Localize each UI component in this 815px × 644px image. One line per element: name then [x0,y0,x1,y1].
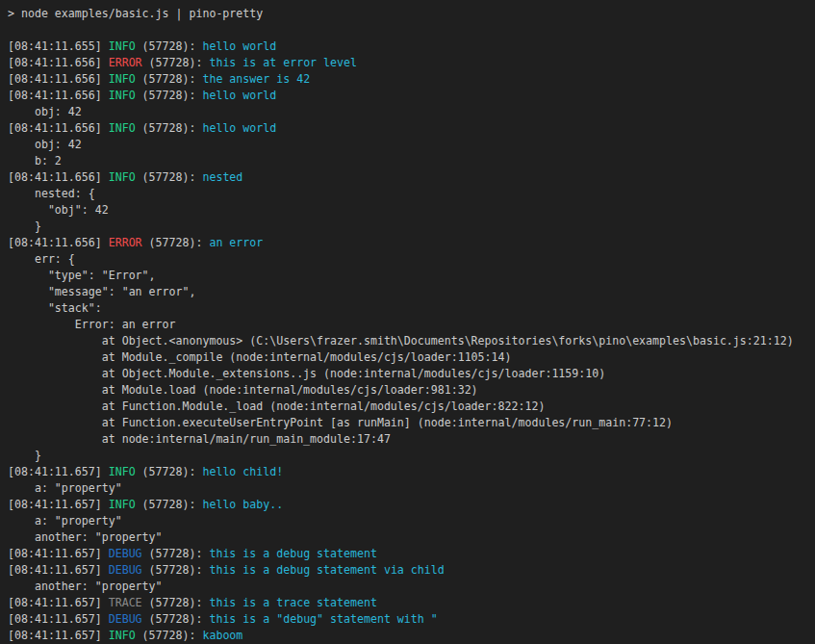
log-level-error: ERROR [109,56,142,69]
log-message: this is a "debug" statement with " [209,612,437,626]
log-timestamp: [08:41:11.656] [8,170,109,184]
log-message: hello child! [202,465,283,478]
log-text: Error: an error [8,318,176,331]
log-text: (57728): [136,629,203,642]
log-text: at Function.executeUserEntryPoint [as ru… [8,416,673,429]
log-message: this is a debug statement [209,547,377,560]
log-timestamp: [08:41:11.656] [8,56,109,69]
log-message: hello world [202,121,276,135]
log-line: [08:41:11.656] INFO (57728): hello world [8,120,807,137]
log-level-debug: DEBUG [109,612,142,626]
log-text: (57728): [142,563,210,577]
log-line: at Object.Module._extensions..js (node:i… [8,366,807,382]
log-text: (57728): [136,498,203,511]
log-text: another: "property" [8,530,163,544]
log-line: a: "property" [8,513,807,529]
log-level-trace: TRACE [109,596,142,609]
log-timestamp: [08:41:11.657] [8,612,109,626]
log-text: at Module.load (node:internal/modules/cj… [8,383,478,397]
log-text: nested: { [8,187,95,200]
log-text: obj: 42 [8,138,82,151]
log-text: (57728): [136,72,203,86]
log-line: [08:41:11.656] ERROR (57728): this is at… [8,55,807,71]
log-line: b: 2 [8,153,807,169]
log-text: (57728): [136,121,203,135]
log-level-info: INFO [109,72,136,86]
log-line: Error: an error [8,317,807,333]
log-line: err: { [8,251,807,268]
log-message: this is a trace statement [209,596,377,609]
log-message: the answer is 42 [202,72,310,86]
log-level-info: INFO [109,121,136,135]
log-line: [08:41:11.656] INFO (57728): nested [8,169,807,186]
log-message: an error [209,236,263,249]
log-level-debug: DEBUG [109,563,142,577]
log-text: (57728): [136,465,203,478]
log-line: "message": "an error", [8,284,807,300]
log-text: at Object.Module._extensions..js (node:i… [8,367,605,380]
log-level-error: ERROR [109,236,142,249]
log-line: [08:41:11.656] ERROR (57728): an error [8,235,807,251]
log-message: hello baby.. [202,498,283,511]
log-line: another: "property" [8,579,807,595]
log-text: at Object.<anonymous> (C:\Users\frazer.s… [8,334,794,348]
log-message: hello world [202,39,276,53]
log-line: [08:41:11.657] DEBUG (57728): this is a … [8,562,807,579]
log-text: (57728): [136,39,203,53]
log-line: [08:41:11.657] DEBUG (57728): this is a … [8,546,807,562]
log-level-info: INFO [109,629,136,642]
log-message: hello world [202,89,276,102]
log-line: } [8,448,807,464]
log-text: a: "property" [8,514,122,528]
log-text: a: "property" [8,481,122,495]
log-line: obj: 42 [8,104,807,120]
log-message: kaboom [202,629,242,642]
log-timestamp: [08:41:11.655] [8,39,109,53]
log-line: at Object.<anonymous> (C:\Users\frazer.s… [8,333,807,349]
log-line: } [8,219,807,235]
log-text: (57728): [136,89,203,102]
log-timestamp: [08:41:11.656] [8,121,109,135]
log-level-info: INFO [109,498,136,511]
log-timestamp: [08:41:11.656] [8,89,109,102]
log-text: at node:internal/main/run_main_module:17… [8,432,391,446]
log-timestamp: [08:41:11.657] [8,465,109,478]
log-text: at Module._compile (node:internal/module… [8,350,512,364]
log-text: "stack": [8,301,102,315]
log-line: at node:internal/main/run_main_module:17… [8,431,807,448]
log-text: } [8,449,41,462]
log-line: [08:41:11.657] INFO (57728): kaboom [8,628,807,644]
log-level-info: INFO [109,170,136,184]
log-text: (57728): [142,547,210,560]
log-line: [08:41:11.657] DEBUG (57728): this is a … [8,611,807,628]
log-line: at Module._compile (node:internal/module… [8,349,807,366]
log-text: at Function.Module._load (node:internal/… [8,399,545,413]
log-timestamp: [08:41:11.657] [8,629,109,642]
terminal-output[interactable]: > node examples/basic.js | pino-pretty [… [0,0,815,644]
log-level-info: INFO [109,465,136,478]
log-text: } [8,219,41,233]
log-line: at Function.executeUserEntryPoint [as ru… [8,415,807,431]
log-message: nested [202,170,242,184]
log-text: (57728): [142,56,210,69]
log-timestamp: [08:41:11.657] [8,547,109,560]
log-text: b: 2 [8,154,62,167]
log-text: (57728): [142,596,210,609]
log-line: at Module.load (node:internal/modules/cj… [8,382,807,399]
log-line: "stack": [8,300,807,317]
log-timestamp: [08:41:11.656] [8,72,109,86]
log-line: at Function.Module._load (node:internal/… [8,399,807,415]
log-line: [08:41:11.656] INFO (57728): the answer … [8,71,807,88]
log-line: [08:41:11.656] INFO (57728): hello world [8,88,807,104]
log-line: [08:41:11.657] INFO (57728): hello baby.… [8,497,807,513]
log-timestamp: [08:41:11.657] [8,498,109,511]
log-text: (57728): [136,170,203,184]
log-text: obj: 42 [8,105,82,118]
log-line: [08:41:11.655] INFO (57728): hello world [8,39,807,55]
log-line: [08:41:11.657] TRACE (57728): this is a … [8,595,807,611]
log-line: nested: { [8,186,807,202]
log-line: [08:41:11.657] INFO (57728): hello child… [8,464,807,480]
log-text: another: "property" [8,580,163,593]
log-level-info: INFO [109,89,136,102]
log-line: another: "property" [8,529,807,546]
